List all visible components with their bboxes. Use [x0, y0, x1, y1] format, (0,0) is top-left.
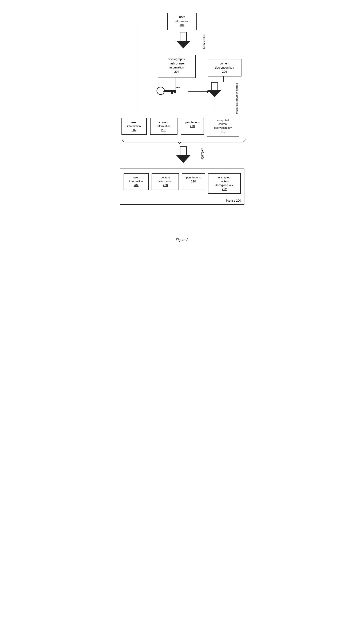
content-decryption-key-box: content decryption key 206	[208, 59, 242, 77]
content-info-mid-label: content information	[157, 121, 170, 128]
content-decryption-key-ref: 206	[211, 70, 238, 74]
user-info-license-ref: 202	[127, 183, 146, 188]
svg-rect-15	[164, 90, 176, 92]
enc-key-mid-label: encrypted content decryption key	[214, 119, 232, 129]
key-symbol-row: key	[155, 85, 178, 97]
svg-point-14	[157, 87, 164, 95]
user-info-mid-label: user information	[127, 121, 141, 128]
hash-function-arrow: hash function	[176, 32, 190, 49]
permissions-license-box: permissions 210	[182, 173, 205, 190]
content-info-license-label: content information	[158, 176, 172, 183]
content-decryption-key-label: content decryption key	[215, 62, 234, 69]
svg-rect-16	[171, 92, 173, 94]
license-label: license 200	[226, 199, 241, 202]
aggregate-label: aggregate	[201, 148, 204, 160]
permissions-mid-box: permissions 210	[181, 118, 204, 135]
key-label: key	[176, 86, 180, 89]
enc-key-license-ref: 212	[211, 187, 237, 192]
user-info-top-box: user information 202	[167, 13, 197, 30]
enc-key-mid-ref: 212	[210, 130, 236, 134]
content-info-license-box: content information 208	[152, 173, 179, 190]
enc-key-license-label: encrypted content decryption key	[215, 176, 233, 187]
sym-enc-arrow: symmetric encryption function	[207, 82, 222, 97]
content-info-mid-box: content information 208	[150, 118, 178, 135]
svg-rect-17	[174, 92, 176, 93]
crypto-hash-box: cryptographic hash of user information 2…	[158, 55, 196, 78]
content-info-mid-ref: 208	[154, 128, 174, 132]
aggregate-arrow: aggregate	[176, 146, 190, 163]
user-info-mid-ref: 202	[125, 128, 143, 132]
user-info-mid-box: user information 202	[122, 118, 147, 135]
user-info-top-label: user information	[175, 15, 189, 23]
permissions-license-label: permissions	[186, 176, 201, 179]
content-info-license-ref: 208	[155, 183, 176, 188]
permissions-mid-ref: 210	[184, 124, 201, 129]
crypto-hash-ref: 204	[161, 70, 192, 74]
user-info-license-box: user information 202	[124, 173, 149, 190]
user-info-top-ref: 202	[171, 23, 194, 28]
enc-key-mid-box: encrypted content decryption key 212	[207, 116, 239, 137]
license-ref: 200	[236, 199, 241, 202]
hash-function-label: hash function	[203, 34, 206, 49]
enc-key-license-box: encrypted content decryption key 212	[208, 173, 241, 194]
user-info-license-label: user information	[129, 176, 143, 183]
sym-enc-label: symmetric encryption function	[236, 83, 238, 114]
figure-caption: Figure 2	[176, 238, 188, 242]
license-text: license	[226, 199, 236, 202]
permissions-license-ref: 210	[185, 180, 202, 184]
figure-title: Figure 2	[176, 238, 188, 242]
license-container: user information 202 content information…	[120, 169, 244, 205]
permissions-mid-label: permissions	[185, 121, 200, 124]
crypto-hash-label: cryptographic hash of user information	[168, 58, 186, 69]
